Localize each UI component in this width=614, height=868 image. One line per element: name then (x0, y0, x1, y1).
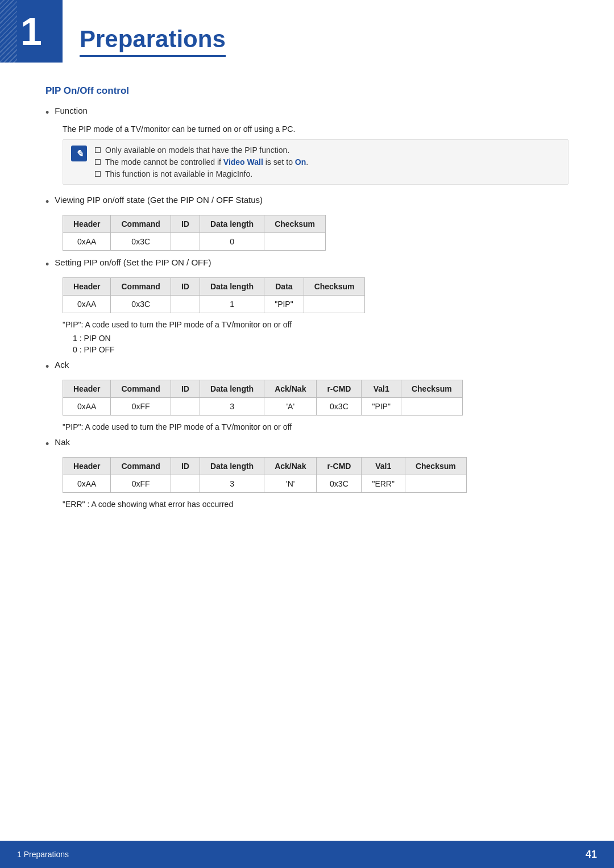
th-header-3: Header (63, 380, 111, 398)
set-table-header-row: Header Command ID Data length Data Check… (63, 278, 365, 296)
view-table-wrapper: Header Command ID Data length Checksum 0… (63, 215, 569, 251)
function-label: Function (55, 106, 88, 115)
ack-label: Ack (55, 360, 69, 369)
nak-table: Header Command ID Data length Ack/Nak r-… (63, 457, 467, 493)
td-rcmd-3: 0x3C (317, 398, 362, 416)
chapter-title-area: Preparations (63, 0, 226, 63)
td-id-1 (171, 233, 200, 251)
td-data-2: "PIP" (264, 296, 304, 313)
note-line-1: Only available on models that have the P… (95, 146, 308, 155)
nak-table-data-row: 0xAA 0xFF 3 'N' 0x3C "ERR" (63, 475, 467, 493)
bullet-dot-viewing: • (45, 196, 49, 208)
bullet-dot-nak: • (45, 438, 49, 450)
th-val1-3: Val1 (362, 380, 401, 398)
pip-on: 1 : PIP ON (73, 334, 569, 343)
note-icon: ✎ (71, 146, 87, 161)
th-rcmd-3: r-CMD (317, 380, 362, 398)
bullet-dot-setting: • (45, 259, 49, 271)
td-checksum-3 (401, 398, 462, 416)
td-id-3 (171, 398, 200, 416)
td-checksum-1 (264, 233, 326, 251)
note-text-3: This function is not available in MagicI… (105, 169, 252, 178)
th-header-1: Header (63, 215, 111, 233)
function-bullet: • Function (45, 106, 569, 119)
th-command-1: Command (111, 215, 171, 233)
function-description: The PIP mode of a TV/monitor can be turn… (63, 124, 569, 134)
nak-table-header-row: Header Command ID Data length Ack/Nak r-… (63, 458, 467, 475)
page-footer: 1 Preparations 41 (0, 841, 614, 868)
pip-note-2: "PIP": A code used to turn the PIP mode … (63, 422, 569, 431)
td-acknak-3: 'A' (264, 398, 317, 416)
th-checksum-4: Checksum (405, 458, 466, 475)
td-datalength-2: 1 (200, 296, 264, 313)
set-table-data-row: 0xAA 0x3C 1 "PIP" (63, 296, 365, 313)
viewing-bullet: • Viewing PIP on/off state (Get the PIP … (45, 195, 569, 208)
nak-label: Nak (55, 437, 70, 447)
view-table-data-row: 0xAA 0x3C 0 (63, 233, 326, 251)
td-header-3: 0xAA (63, 398, 111, 416)
th-id-1: ID (171, 215, 200, 233)
footer-page-number: 41 (586, 849, 597, 861)
ack-table-data-row: 0xAA 0xFF 3 'A' 0x3C "PIP" (63, 398, 463, 416)
page-header: 1 Preparations (0, 0, 614, 63)
th-checksum-3: Checksum (401, 380, 462, 398)
main-content: PIP On/Off control • Function The PIP mo… (0, 85, 614, 509)
bullet-dot-ack: • (45, 361, 49, 373)
th-command-3: Command (111, 380, 171, 398)
setting-bullet: • Setting PIP on/off (Set the PIP ON / O… (45, 258, 569, 271)
td-command-1: 0x3C (111, 233, 171, 251)
th-val1-4: Val1 (362, 458, 405, 475)
footer-left-text: 1 Preparations (17, 850, 69, 859)
td-rcmd-4: 0x3C (317, 475, 362, 493)
th-datalength-3: Data length (200, 380, 264, 398)
td-header-4: 0xAA (63, 475, 111, 493)
on-text: On (295, 157, 306, 167)
th-header-4: Header (63, 458, 111, 475)
th-command-2: Command (111, 278, 171, 296)
td-id-2 (171, 296, 200, 313)
th-acknak-3: Ack/Nak (264, 380, 317, 398)
bullet-dot-function: • (45, 107, 49, 119)
note-text-2: The mode cannot be controlled if Video W… (105, 157, 308, 167)
td-val1-3: "PIP" (362, 398, 401, 416)
td-command-3: 0xFF (111, 398, 171, 416)
th-checksum-2: Checksum (304, 278, 365, 296)
th-data-2: Data (264, 278, 304, 296)
ack-table: Header Command ID Data length Ack/Nak r-… (63, 380, 463, 416)
th-datalength-4: Data length (200, 458, 264, 475)
page-title: Preparations (80, 26, 226, 57)
note-lines: Only available on models that have the P… (95, 146, 308, 178)
nak-table-wrapper: Header Command ID Data length Ack/Nak r-… (63, 457, 569, 493)
td-command-2: 0x3C (111, 296, 171, 313)
td-id-4 (171, 475, 200, 493)
td-header-2: 0xAA (63, 296, 111, 313)
td-datalength-4: 3 (200, 475, 264, 493)
setting-label: Setting PIP on/off (Set the PIP ON / OFF… (55, 258, 211, 267)
td-command-4: 0xFF (111, 475, 171, 493)
ack-bullet: • Ack (45, 360, 569, 373)
viewing-label: Viewing PIP on/off state (Get the PIP ON… (55, 195, 263, 205)
th-id-4: ID (171, 458, 200, 475)
note-square-1 (95, 147, 101, 153)
set-table: Header Command ID Data length Data Check… (63, 277, 365, 313)
ack-table-wrapper: Header Command ID Data length Ack/Nak r-… (63, 380, 569, 416)
chapter-number-block: 1 (0, 0, 63, 63)
note-line-3: This function is not available in MagicI… (95, 169, 308, 178)
video-wall-text: Video Wall (223, 157, 263, 167)
th-id-2: ID (171, 278, 200, 296)
th-checksum-1: Checksum (264, 215, 326, 233)
th-header-2: Header (63, 278, 111, 296)
note-square-3 (95, 171, 101, 177)
td-header-1: 0xAA (63, 233, 111, 251)
td-acknak-4: 'N' (264, 475, 317, 493)
th-datalength-2: Data length (200, 278, 264, 296)
note-text-1: Only available on models that have the P… (105, 146, 289, 155)
pip-note-1: "PIP": A code used to turn the PIP mode … (63, 320, 569, 329)
td-checksum-4 (405, 475, 466, 493)
view-table-header-row: Header Command ID Data length Checksum (63, 215, 326, 233)
th-command-4: Command (111, 458, 171, 475)
th-datalength-1: Data length (200, 215, 264, 233)
nak-bullet: • Nak (45, 437, 569, 450)
set-table-wrapper: Header Command ID Data length Data Check… (63, 277, 569, 313)
ack-table-header-row: Header Command ID Data length Ack/Nak r-… (63, 380, 463, 398)
